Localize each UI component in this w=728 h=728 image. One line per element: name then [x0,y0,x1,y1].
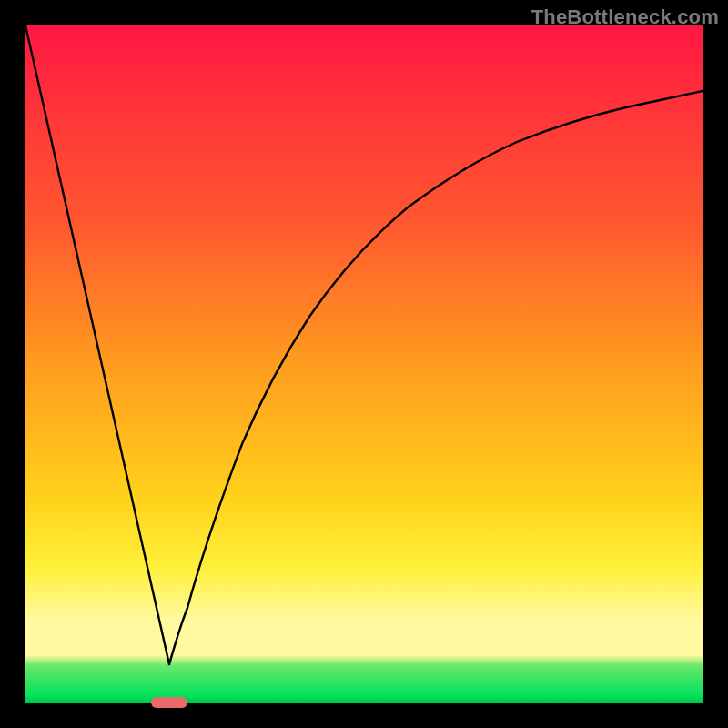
curve-svg [25,25,703,703]
curve-right-ascent [169,91,703,664]
chart-frame: TheBottleneck.com [0,0,728,728]
curve-left-descent [25,25,169,664]
plot-area [25,25,703,703]
min-notch-marker [151,697,187,708]
